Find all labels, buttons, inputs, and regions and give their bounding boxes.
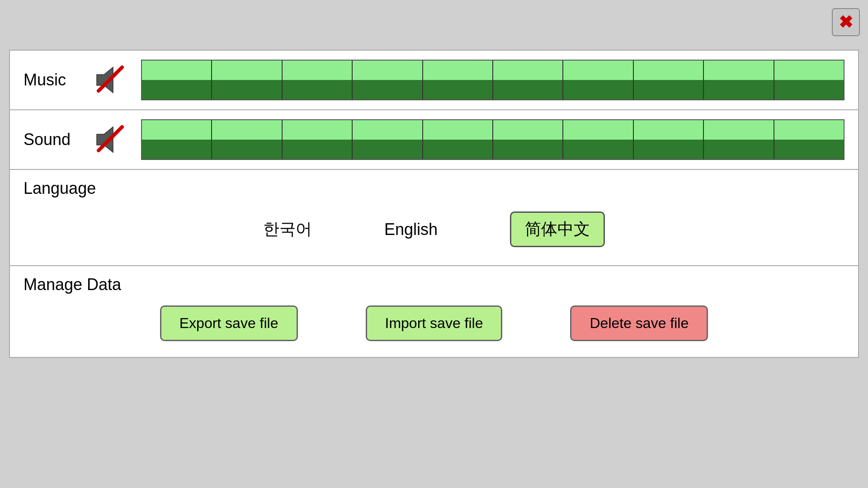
- export-save-button[interactable]: Export save file: [160, 305, 298, 341]
- manage-data-label: Manage Data: [24, 275, 844, 294]
- language-section: Language 한국어 English 简体中文: [9, 170, 859, 266]
- svol-seg-6[interactable]: [493, 120, 563, 159]
- vol-seg-5[interactable]: [423, 61, 493, 99]
- vol-seg-4[interactable]: [353, 61, 423, 99]
- svol-seg-5[interactable]: [423, 120, 493, 159]
- music-volume-bar[interactable]: [141, 60, 844, 100]
- vol-seg-8[interactable]: [634, 61, 704, 99]
- sound-section: Sound: [9, 110, 859, 170]
- delete-save-button[interactable]: Delete save file: [570, 305, 708, 341]
- vol-seg-6[interactable]: [493, 61, 563, 99]
- music-mute-icon[interactable]: [91, 62, 127, 98]
- sound-mute-icon[interactable]: [91, 122, 127, 158]
- music-section: Music: [9, 50, 859, 110]
- language-options: 한국어 English 简体中文: [24, 207, 844, 256]
- close-button[interactable]: ✖: [832, 8, 860, 36]
- lang-option-english[interactable]: English: [384, 220, 438, 239]
- settings-panel: Music: [9, 50, 859, 358]
- sound-volume-bar[interactable]: [141, 119, 844, 160]
- svol-seg-4[interactable]: [353, 120, 423, 159]
- sound-label: Sound: [24, 130, 78, 149]
- vol-seg-9[interactable]: [704, 61, 774, 99]
- language-label: Language: [24, 179, 844, 198]
- vol-seg-2[interactable]: [212, 61, 282, 99]
- close-icon: ✖: [839, 14, 853, 31]
- manage-data-section: Manage Data Export save file Import save…: [9, 266, 859, 358]
- svol-seg-10[interactable]: [774, 120, 844, 159]
- lang-option-chinese[interactable]: 简体中文: [510, 211, 605, 247]
- svol-seg-1[interactable]: [142, 120, 212, 159]
- vol-seg-10[interactable]: [774, 61, 844, 99]
- music-label: Music: [24, 70, 78, 89]
- svol-seg-3[interactable]: [283, 120, 353, 159]
- svol-seg-9[interactable]: [704, 120, 774, 159]
- manage-data-buttons: Export save file Import save file Delete…: [24, 305, 844, 348]
- vol-seg-7[interactable]: [563, 61, 633, 99]
- svol-seg-2[interactable]: [212, 120, 282, 159]
- vol-seg-1[interactable]: [142, 61, 212, 99]
- svol-seg-7[interactable]: [563, 120, 633, 159]
- import-save-button[interactable]: Import save file: [366, 305, 503, 341]
- vol-seg-3[interactable]: [283, 61, 353, 99]
- svol-seg-8[interactable]: [634, 120, 704, 159]
- lang-option-korean[interactable]: 한국어: [263, 218, 312, 240]
